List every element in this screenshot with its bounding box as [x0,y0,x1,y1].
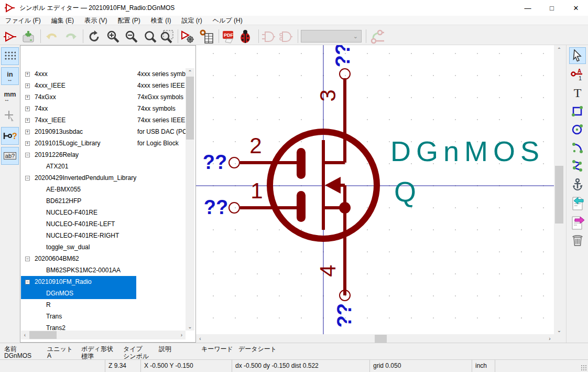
move-anchor-tool-button[interactable] [569,176,586,193]
scrollbar-thumb[interactable] [555,166,563,224]
erc-check-button[interactable] [238,29,253,44]
expander-icon[interactable]: + [25,141,30,146]
pin-table-button[interactable] [200,29,214,44]
redo-button[interactable] [63,29,78,44]
symbol-reference-field[interactable]: Q [394,176,416,207]
library-item[interactable]: +20190913usbdacfor USB DAC (PCM [21,126,186,137]
refresh-view-button[interactable] [87,29,102,44]
scroll-up-icon[interactable]: ⌃ [186,68,194,76]
library-item[interactable]: NUCLEO-F401RE-RIGHT [21,230,186,241]
expander-icon[interactable]: + [25,107,30,111]
zoom-out-button[interactable] [124,29,139,44]
gate2-bar[interactable] [297,191,306,222]
pin-line[interactable] [240,206,297,209]
add-rectangle-tool-button[interactable] [569,103,586,120]
new-symbol-button[interactable]: + [3,29,17,44]
pin-3[interactable]: 3 ?? [315,45,354,102]
units-inches-button[interactable]: in ↔ [1,67,19,85]
menu-item[interactable]: 編集 (E) [46,16,79,25]
zoom-selection-button[interactable] [159,29,174,44]
library-item[interactable]: DGnMOS [21,288,186,299]
library-item[interactable]: +20191015Logic_Libraryfor Logic Block [21,137,186,149]
pin-4[interactable]: 4 ?? [315,264,355,327]
sync-pins-button[interactable] [369,29,384,44]
scrollbar-thumb[interactable] [375,335,387,343]
units-mm-button[interactable]: mm ↔ [1,87,19,105]
library-item[interactable]: Trans [21,311,186,322]
save-button[interactable] [21,29,36,44]
library-item[interactable]: AE-BMX055 [21,184,186,195]
demorgan-alternate-button[interactable] [278,29,293,44]
scroll-down-icon[interactable]: ⌄ [186,323,194,331]
library-item[interactable]: −20210910FM_Radio [21,276,186,288]
scroll-up-icon[interactable]: ⌃ [554,45,564,54]
close-button[interactable]: ✕ [564,0,588,16]
menu-item[interactable]: 配置 (P) [112,16,145,25]
scrollbar-thumb[interactable] [29,331,57,339]
library-item[interactable]: NUCLEO-F401RE [21,207,186,218]
scroll-left-icon[interactable]: ‹ [21,331,29,339]
expander-icon[interactable]: + [25,118,30,123]
export-pdf-button[interactable]: PDF [221,29,236,44]
expander-icon[interactable]: + [25,72,30,77]
library-item[interactable]: R [21,299,186,311]
expander-icon[interactable]: − [25,280,30,284]
expander-icon[interactable]: + [25,130,30,134]
menu-item[interactable]: ヘルプ (H) [208,16,248,25]
delete-tool-button[interactable] [569,231,586,248]
add-arc-tool-button[interactable] [569,139,586,155]
library-tree-vscrollbar[interactable]: ⌃ ⌄ [186,68,194,331]
resize-grip[interactable] [581,365,587,371]
add-polyline-tool-button[interactable] [569,157,586,174]
maximize-button[interactable]: □ [540,0,564,16]
library-item[interactable]: +74xGxx74xGxx symbols [21,91,186,103]
expander-icon[interactable]: + [25,95,30,100]
library-item[interactable]: +4xxx4xxx series symbo [21,68,186,80]
library-item[interactable]: BD6212HFP [21,195,186,207]
pin-end-circle[interactable] [229,203,239,213]
symbol-properties-button[interactable] [180,29,195,44]
menu-item[interactable]: ファイル (F) [0,16,46,25]
channel-line[interactable] [322,140,325,230]
canvas-vscrollbar[interactable]: ⌃ ⌄ [554,45,564,334]
select-tool-button[interactable] [569,47,586,64]
menu-item[interactable]: 設定 (r) [176,16,207,25]
library-item[interactable]: −20200604BM62 [21,253,186,264]
scrollbar-thumb[interactable] [186,77,194,140]
unit-select-combobox[interactable]: ⌄ [301,30,362,42]
library-item[interactable]: −20191226Relay [21,149,186,161]
pin-line[interactable] [240,161,297,164]
expander-icon[interactable]: + [25,83,30,88]
grid-toggle-button[interactable] [1,47,19,65]
library-item[interactable]: +74xx_IEEE74xx series IEEE sy [21,114,186,126]
library-item[interactable]: Trans2 [21,322,186,331]
zoom-in-button[interactable] [106,29,121,44]
show-hidden-fields-button[interactable]: ab? [1,147,19,165]
undo-button[interactable] [45,29,59,44]
pin-end-circle[interactable] [229,157,239,168]
add-text-tool-button[interactable]: T [569,84,586,101]
library-item[interactable]: +4xxx_IEEE4xxx series IEEE sy [21,80,186,91]
library-item[interactable]: NUCLEO-F401RE-LEFT [21,218,186,230]
export-symbol-button[interactable] [569,215,586,231]
expander-icon[interactable]: − [25,153,30,157]
editor-canvas[interactable]: 2 ?? 1 ?? 3 ?? 4 ?? DGnMOS Q [196,45,554,334]
pin-1[interactable]: 1 ?? [204,178,297,218]
gate1-bar[interactable] [297,148,306,179]
scroll-right-icon[interactable]: › [546,334,554,343]
library-tree-hscrollbar[interactable]: ‹ › [21,331,186,339]
menu-item[interactable]: 検査 (I) [146,16,177,25]
add-circle-tool-button[interactable] [569,121,586,137]
show-hidden-pins-button[interactable]: ? [1,127,19,145]
pin-end-circle[interactable] [340,69,350,79]
add-pin-tool-button[interactable]: A 1 [569,67,586,83]
canvas-hscrollbar[interactable]: ‹ › [196,334,554,343]
library-item[interactable]: +74xx74xx symbols [21,103,186,114]
library-item[interactable]: BM62SPKS1MC2-0001AA [21,264,186,276]
fullscreen-cursor-button[interactable] [1,107,19,125]
menu-item[interactable]: 表示 (V) [79,16,112,25]
zoom-fit-button[interactable] [143,29,158,44]
scroll-down-icon[interactable]: ⌄ [554,326,564,334]
library-item[interactable]: −20200429InvertedPendulum_Library [21,172,186,184]
minimize-button[interactable]: — [516,0,540,16]
